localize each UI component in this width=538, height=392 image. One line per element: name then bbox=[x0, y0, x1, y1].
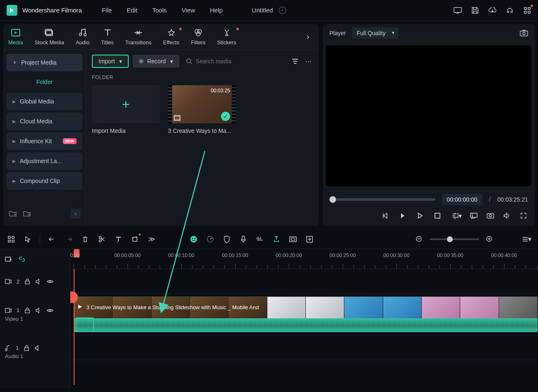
mute-icon[interactable] bbox=[35, 308, 42, 313]
more-options-icon[interactable]: ⋯ bbox=[304, 57, 313, 66]
mute-icon[interactable] bbox=[35, 279, 42, 284]
tab-media[interactable]: Media bbox=[8, 28, 23, 46]
track-lane-v1[interactable]: ▶ 3 Creative Ways to Make a Stunning Sli… bbox=[70, 294, 538, 335]
selection-tool-icon[interactable] bbox=[23, 235, 32, 244]
lock-icon[interactable] bbox=[24, 279, 30, 284]
player-video[interactable] bbox=[326, 46, 531, 186]
filmstrip-left-icon bbox=[168, 85, 172, 123]
tab-filters[interactable]: Filters bbox=[191, 28, 205, 46]
zoom-thumb[interactable] bbox=[447, 236, 453, 242]
shield-icon[interactable] bbox=[222, 235, 231, 244]
media-clip-card[interactable]: 00:03:25 ✓ 3 Creative Ways to Ma... bbox=[168, 85, 236, 134]
menu-view[interactable]: View bbox=[182, 7, 195, 14]
search-input[interactable] bbox=[196, 58, 284, 65]
transport-row: { } ▾ bbox=[329, 211, 528, 220]
speed-icon[interactable] bbox=[206, 235, 215, 244]
tab-titles[interactable]: Titles bbox=[101, 28, 114, 46]
zoom-in-icon[interactable] bbox=[485, 235, 494, 244]
snapshot-icon[interactable] bbox=[520, 30, 528, 36]
mic-icon[interactable] bbox=[239, 235, 248, 244]
sidebar-folder[interactable]: Folder bbox=[7, 74, 82, 90]
tab-transitions[interactable]: Transitions bbox=[125, 28, 151, 46]
main-row: Media Stock Media Audio Titles Transitio… bbox=[0, 21, 538, 226]
monitor-icon[interactable] bbox=[454, 6, 462, 14]
add-track-icon[interactable] bbox=[5, 256, 12, 262]
play-icon[interactable] bbox=[416, 211, 425, 220]
split-icon[interactable] bbox=[97, 235, 106, 244]
sidebar-influence-kit[interactable]: ▶ Influence Kit NEW bbox=[7, 132, 82, 150]
lock-icon[interactable] bbox=[24, 345, 29, 351]
chevron-right-icon: ▶ bbox=[12, 178, 16, 184]
timeline-ruler[interactable]: 00:0000:00:05:0000:00:10:0000:00:15:0000… bbox=[70, 249, 538, 269]
import-button[interactable]: Import ▾ bbox=[92, 55, 129, 68]
fullscreen-icon[interactable] bbox=[519, 211, 528, 220]
volume-icon[interactable] bbox=[502, 211, 512, 220]
filter-icon[interactable] bbox=[291, 57, 300, 66]
mute-icon[interactable] bbox=[34, 345, 41, 351]
markers-icon[interactable] bbox=[272, 235, 281, 244]
camera-icon[interactable] bbox=[486, 211, 495, 220]
svg-rect-14 bbox=[174, 115, 180, 120]
scrub-track[interactable] bbox=[329, 198, 435, 201]
record-button[interactable]: Record ▾ bbox=[133, 55, 179, 67]
sidebar-cloud-media[interactable]: ▶ Cloud Media bbox=[7, 113, 82, 130]
track-header-row bbox=[0, 249, 70, 269]
prev-frame-icon[interactable] bbox=[381, 211, 390, 220]
sidebar-global-media[interactable]: ▶ Global Media bbox=[7, 93, 82, 110]
sidebar-adjustment-layer[interactable]: ▶ Adjustment La... bbox=[7, 152, 82, 170]
scrub-thumb[interactable] bbox=[329, 196, 336, 203]
visibility-icon[interactable] bbox=[47, 279, 53, 284]
visibility-icon[interactable] bbox=[47, 308, 53, 313]
menu-tools[interactable]: Tools bbox=[152, 7, 167, 14]
track-lane-a1[interactable] bbox=[70, 335, 538, 360]
menubar: Wondershare Filmora File Edit Tools View… bbox=[0, 0, 538, 21]
more-tools-icon[interactable]: ≫ bbox=[147, 235, 156, 244]
audio-waveform-icon[interactable] bbox=[255, 235, 264, 244]
svg-rect-36 bbox=[242, 236, 245, 240]
clip-selection-box[interactable] bbox=[76, 317, 94, 332]
sidebar-compound-clip[interactable]: ▶ Compound Clip bbox=[7, 172, 82, 190]
new-folder-icon[interactable] bbox=[8, 209, 17, 218]
tabs-next-icon[interactable]: › bbox=[302, 31, 314, 43]
render-quality-icon[interactable]: ▾ bbox=[453, 211, 462, 220]
menu-help[interactable]: Help bbox=[210, 7, 223, 14]
apps-grid-icon[interactable] bbox=[523, 6, 531, 14]
step-forward-icon[interactable] bbox=[398, 211, 407, 220]
crop-icon[interactable] bbox=[130, 235, 139, 244]
grid-tool-icon[interactable] bbox=[7, 235, 16, 244]
record-label: Record bbox=[147, 58, 166, 65]
remove-folder-icon[interactable] bbox=[22, 209, 31, 218]
zoom-out-icon[interactable] bbox=[415, 235, 424, 244]
quality-select[interactable]: Full Quality bbox=[352, 27, 399, 39]
cloud-icon[interactable] bbox=[488, 6, 497, 14]
stop-icon[interactable] bbox=[433, 211, 442, 220]
headset-icon[interactable] bbox=[506, 6, 514, 14]
tab-stock-media[interactable]: Stock Media bbox=[34, 28, 64, 46]
text-tool-icon[interactable] bbox=[114, 235, 123, 244]
add-clip-icon[interactable] bbox=[305, 235, 314, 244]
crop-fit-icon[interactable] bbox=[288, 235, 298, 244]
audio-track-icon bbox=[5, 345, 11, 351]
ai-face-icon[interactable] bbox=[189, 235, 198, 244]
sidebar-project-media[interactable]: ▼ Project Media bbox=[7, 54, 82, 71]
save-icon[interactable] bbox=[471, 6, 479, 14]
timeline-clip[interactable]: ▶ 3 Creative Ways to Make a Stunning Sli… bbox=[74, 296, 538, 332]
view-mode-icon[interactable]: ▾ bbox=[522, 235, 531, 244]
undo-icon[interactable] bbox=[48, 235, 57, 244]
link-icon[interactable] bbox=[18, 255, 26, 263]
redo-icon[interactable] bbox=[64, 235, 73, 244]
display-icon[interactable] bbox=[469, 211, 478, 220]
menu-edit[interactable]: Edit bbox=[127, 7, 137, 14]
delete-icon[interactable] bbox=[81, 235, 90, 244]
tracks-area[interactable]: 00:0000:00:05:0000:00:10:0000:00:15:0000… bbox=[70, 249, 538, 388]
collapse-sidebar-icon[interactable]: ‹ bbox=[71, 209, 81, 219]
menu-file[interactable]: File bbox=[102, 7, 112, 14]
tab-effects[interactable]: Effects bbox=[163, 28, 180, 46]
tab-audio[interactable]: Audio bbox=[76, 28, 89, 46]
import-media-card[interactable]: + Import Media bbox=[92, 85, 160, 134]
audio-icon bbox=[79, 28, 86, 38]
tab-stickers[interactable]: Stickers bbox=[217, 28, 236, 46]
lock-icon[interactable] bbox=[24, 308, 30, 313]
track-lane-v2[interactable] bbox=[70, 269, 538, 294]
zoom-slider[interactable] bbox=[430, 238, 479, 240]
